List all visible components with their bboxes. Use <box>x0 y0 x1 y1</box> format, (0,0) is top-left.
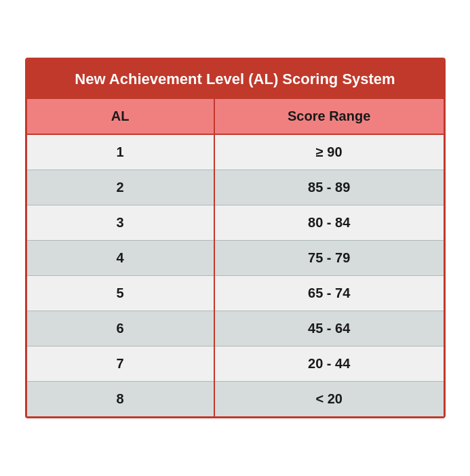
cell-score-range: 85 - 89 <box>214 170 444 205</box>
cell-al: 3 <box>27 205 214 241</box>
table-row: 8< 20 <box>27 382 444 417</box>
table-row: 565 - 74 <box>27 276 444 311</box>
cell-score-range: 20 - 44 <box>214 346 444 382</box>
cell-score-range: < 20 <box>214 382 444 417</box>
table-row: 645 - 64 <box>27 311 444 346</box>
cell-al: 1 <box>27 134 214 170</box>
cell-al: 4 <box>27 241 214 276</box>
cell-al: 6 <box>27 311 214 346</box>
table-title: New Achievement Level (AL) Scoring Syste… <box>27 60 444 99</box>
cell-score-range: 75 - 79 <box>214 241 444 276</box>
table-row: 285 - 89 <box>27 170 444 205</box>
cell-al: 8 <box>27 382 214 417</box>
cell-score-range: 65 - 74 <box>214 276 444 311</box>
scoring-table-container: New Achievement Level (AL) Scoring Syste… <box>25 58 446 418</box>
table-row: 380 - 84 <box>27 205 444 241</box>
table-row: 475 - 79 <box>27 241 444 276</box>
column-header-score-range: Score Range <box>214 99 444 134</box>
cell-al: 2 <box>27 170 214 205</box>
scoring-table: AL Score Range 1≥ 90285 - 89380 - 84475 … <box>27 99 444 416</box>
table-row: 720 - 44 <box>27 346 444 382</box>
cell-score-range: ≥ 90 <box>214 134 444 170</box>
cell-score-range: 80 - 84 <box>214 205 444 241</box>
table-row: 1≥ 90 <box>27 134 444 170</box>
cell-al: 7 <box>27 346 214 382</box>
cell-score-range: 45 - 64 <box>214 311 444 346</box>
cell-al: 5 <box>27 276 214 311</box>
table-header-row: AL Score Range <box>27 99 444 134</box>
column-header-al: AL <box>27 99 214 134</box>
